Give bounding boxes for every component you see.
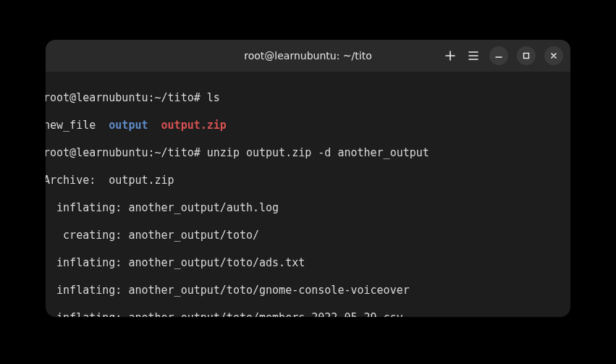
hamburger-icon[interactable] (466, 48, 481, 63)
command-unzip: unzip output.zip -d another_output (207, 146, 429, 159)
unzip-archive-line: Archive: output.zip (46, 174, 174, 187)
unzip-line: creating: another_output/toto/ (46, 229, 259, 242)
command-ls1: ls (207, 91, 220, 104)
prompt: root@learnubuntu:~/tito# (46, 91, 201, 104)
close-button[interactable] (544, 46, 563, 65)
unzip-line: inflating: another_output/toto/ads.txt (46, 256, 305, 269)
prompt: root@learnubuntu:~/tito# (46, 146, 201, 159)
minimize-button[interactable] (489, 46, 508, 65)
titlebar: root@learnubuntu: ~/tito (46, 40, 570, 72)
ls1-zip-output: output.zip (161, 119, 227, 132)
ls1-file-new_file: new_file (46, 119, 96, 132)
unzip-line: inflating: another_output/toto/members.2… (46, 311, 403, 317)
plus-icon[interactable] (443, 48, 457, 63)
maximize-button[interactable] (517, 46, 536, 65)
svg-rect-0 (524, 54, 529, 59)
ls1-dir-output: output (109, 119, 148, 132)
unzip-line: inflating: another_output/toto/gnome-con… (46, 284, 410, 297)
unzip-line: inflating: another_output/auth.log (46, 201, 279, 214)
terminal-body[interactable]: root@learnubuntu:~/tito# ls new_file out… (46, 72, 570, 317)
titlebar-controls (443, 46, 563, 65)
terminal-window: root@learnubuntu: ~/tito root@learnubunt… (46, 40, 570, 317)
